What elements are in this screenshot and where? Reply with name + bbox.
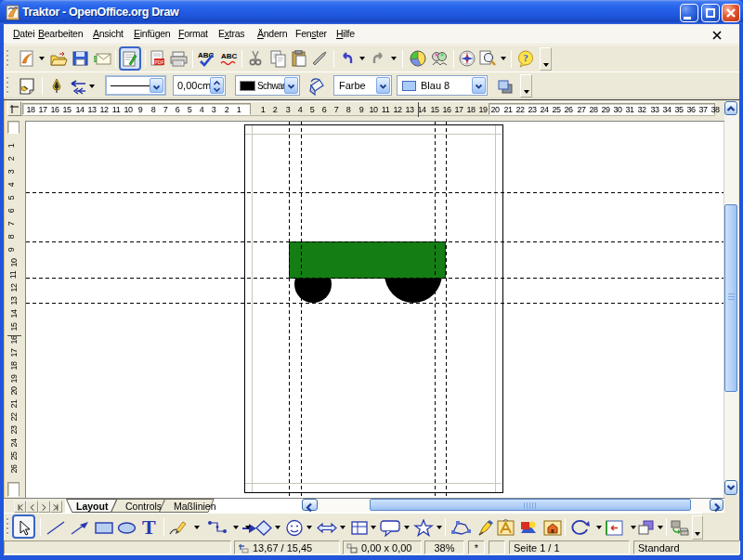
svg-text:PDF: PDF xyxy=(155,59,164,65)
svg-text:?: ? xyxy=(523,52,528,63)
svg-text:Maßlinien: Maßlinien xyxy=(174,501,216,512)
svg-text:Controls: Controls xyxy=(125,501,162,512)
svg-text:Layout: Layout xyxy=(76,501,109,512)
svg-text:ABC: ABC xyxy=(221,52,238,60)
